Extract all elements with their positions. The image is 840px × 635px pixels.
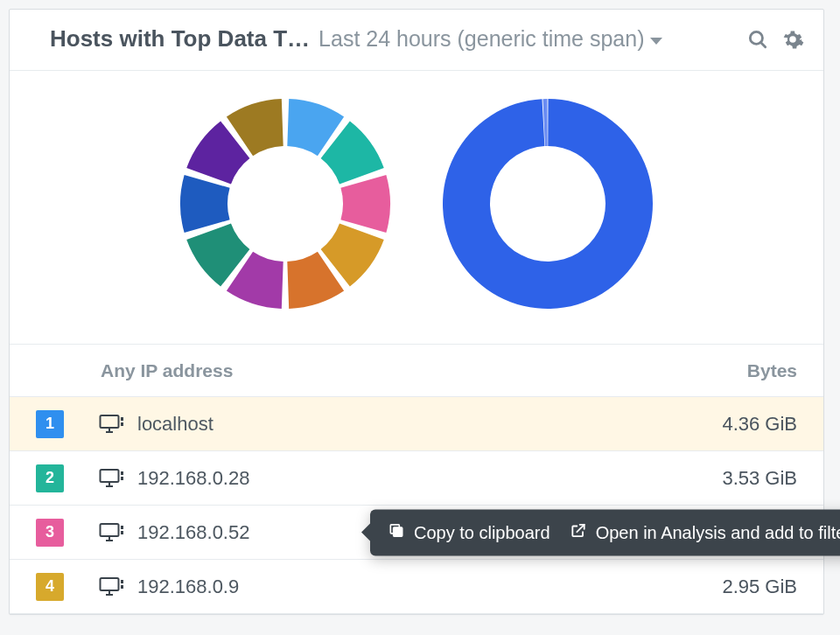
rank-chip: 3 xyxy=(36,519,64,547)
host-label: 192.168.0.52 xyxy=(137,521,249,544)
svg-rect-12 xyxy=(101,524,119,536)
table-row[interactable]: 2192.168.0.283.53 GiB xyxy=(10,451,823,506)
svg-rect-10 xyxy=(121,471,123,475)
svg-rect-6 xyxy=(121,422,123,426)
rank-chip: 4 xyxy=(36,573,64,601)
external-link-icon xyxy=(570,521,587,543)
rank-chip: 1 xyxy=(36,410,64,438)
table-row[interactable]: 4192.168.0.92.95 GiB xyxy=(10,560,823,614)
svg-rect-17 xyxy=(394,527,402,536)
time-span-label: Last 24 hours (generic time span) xyxy=(318,26,644,52)
svg-rect-11 xyxy=(121,477,123,480)
chevron-down-icon xyxy=(650,38,662,45)
gear-icon[interactable] xyxy=(781,28,804,51)
bytes-cell: 2.95 GiB xyxy=(675,576,823,598)
search-icon[interactable] xyxy=(746,28,769,51)
row-context-popover: Copy to clipboardOpen in Analysis and ad… xyxy=(370,509,840,555)
column-header-bytes[interactable]: Bytes xyxy=(675,360,823,381)
host-icon xyxy=(99,414,125,435)
time-span-selector[interactable]: Last 24 hours (generic time span) xyxy=(318,26,738,52)
bytes-cell: 3.53 GiB xyxy=(675,467,823,490)
open-in-analysis-button[interactable]: Open in Analysis and add to filter xyxy=(570,521,840,543)
table-row[interactable]: 3192.168.0.52Copy to clipboardOpen in An… xyxy=(10,506,823,560)
column-header-ip[interactable]: Any IP address xyxy=(90,360,675,381)
panel-header: Hosts with Top Data T… Last 24 hours (ge… xyxy=(10,10,823,65)
host-label: 192.168.0.9 xyxy=(137,576,239,598)
rank-chip: 2 xyxy=(36,464,64,492)
copy-to-clipboard-button[interactable]: Copy to clipboard xyxy=(388,521,550,543)
host-label: 192.168.0.28 xyxy=(137,467,249,490)
svg-rect-19 xyxy=(101,578,119,590)
svg-rect-7 xyxy=(101,470,119,482)
donut-slice[interactable] xyxy=(340,175,390,233)
donut-slice[interactable] xyxy=(443,99,653,309)
copy-label: Copy to clipboard xyxy=(414,522,550,542)
copy-icon xyxy=(388,521,405,543)
host-label: localhost xyxy=(137,413,214,436)
svg-rect-5 xyxy=(121,417,123,421)
host-icon xyxy=(99,468,125,489)
header-actions xyxy=(746,28,804,51)
table-header: Any IP address Bytes xyxy=(10,345,823,397)
svg-rect-23 xyxy=(121,585,123,589)
host-icon xyxy=(99,576,125,597)
donut-chart-right xyxy=(434,90,662,318)
svg-rect-2 xyxy=(101,415,119,428)
svg-rect-22 xyxy=(121,580,123,583)
donut-slice[interactable] xyxy=(180,175,230,233)
dashboard-panel: Hosts with Top Data T… Last 24 hours (ge… xyxy=(9,9,824,615)
svg-line-1 xyxy=(760,42,765,46)
table-row[interactable]: 1localhost4.36 GiB xyxy=(10,397,823,451)
panel-title: Hosts with Top Data T… xyxy=(50,25,310,52)
bytes-cell: 4.36 GiB xyxy=(675,413,823,436)
donut-chart-left xyxy=(172,90,399,318)
svg-rect-16 xyxy=(121,531,123,534)
host-icon xyxy=(99,522,125,543)
svg-rect-15 xyxy=(121,526,123,529)
analysis-label: Open in Analysis and add to filter xyxy=(596,522,840,542)
chart-area xyxy=(10,70,823,344)
hosts-table: Any IP address Bytes 1localhost4.36 GiB2… xyxy=(10,344,823,614)
